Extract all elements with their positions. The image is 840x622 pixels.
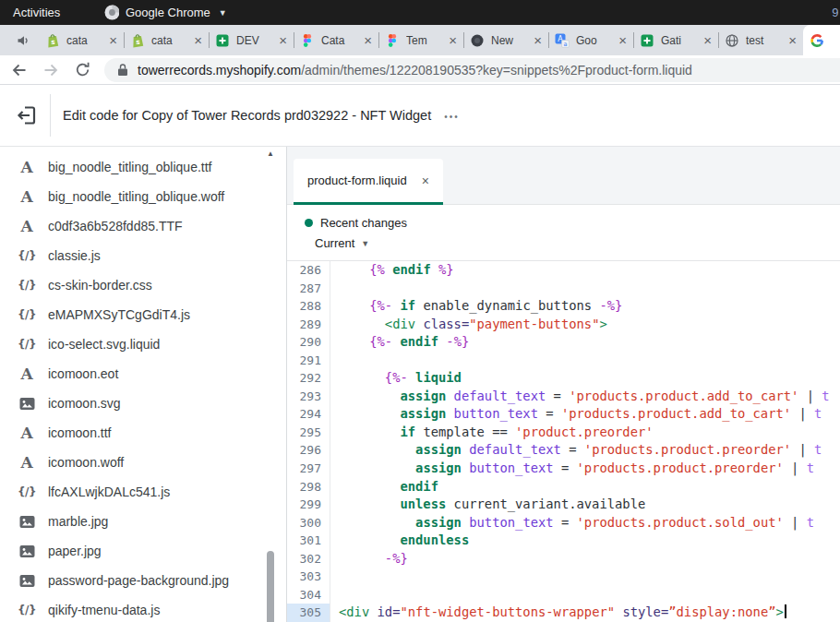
- code-line[interactable]: 293 assign default_text = 'products.prod…: [287, 388, 840, 406]
- figma-icon: [300, 33, 315, 48]
- back-button[interactable]: [7, 58, 31, 82]
- tab-close-icon[interactable]: ×: [618, 33, 627, 47]
- tab-close-icon[interactable]: ×: [788, 33, 797, 47]
- code-line[interactable]: 300 assign button_text = 'products.produ…: [287, 514, 840, 532]
- code-line[interactable]: 301 endunless: [287, 532, 840, 550]
- code-line[interactable]: 288 {%- if enable_dynamic_buttons -%}: [287, 297, 840, 316]
- file-list-item[interactable]: Aicomoon.woff: [0, 448, 286, 477]
- more-options-button[interactable]: •••: [444, 110, 460, 122]
- tab-close-icon[interactable]: ×: [279, 33, 287, 47]
- file-list-item[interactable]: {/}cs-skin-border.css: [0, 270, 286, 300]
- browser-tab[interactable]: [803, 25, 840, 55]
- exit-button[interactable]: [16, 104, 38, 126]
- tab-label: DEV: [236, 34, 272, 47]
- code-line[interactable]: 294 assign button_text = 'products.produ…: [287, 405, 840, 424]
- file-list-item[interactable]: {/}classie.js: [0, 241, 286, 270]
- recent-changes-label: Recent changes: [320, 216, 407, 230]
- chevron-down-icon: ▼: [361, 238, 369, 248]
- content-area: AAbig_noodle_titling_oblique.ttfAbig_noo…: [0, 147, 840, 622]
- tab-close-icon[interactable]: ×: [703, 33, 712, 47]
- code-line[interactable]: 292 {%- liquid: [287, 369, 840, 388]
- tab-close-icon[interactable]: ×: [109, 33, 117, 47]
- file-list-item[interactable]: {/}lfcAXLwjkDALc541.js: [0, 477, 286, 507]
- app-menu-label: Google Chrome: [126, 6, 210, 19]
- code-line[interactable]: 290 {%- endif -%}: [287, 333, 840, 352]
- browser-toolbar: towerrecords.myshopify.com/admin/themes/…: [0, 55, 840, 85]
- text-cursor: [785, 604, 786, 618]
- line-number: 305: [287, 604, 330, 622]
- browser-tab[interactable]: Gati×: [633, 25, 718, 55]
- forward-button[interactable]: [39, 58, 63, 82]
- app-menu[interactable]: Google Chrome ▼: [104, 6, 227, 20]
- version-dropdown[interactable]: Current ▼: [305, 236, 840, 250]
- code-line[interactable]: 304: [287, 586, 840, 604]
- code-file-icon: {/}: [17, 604, 37, 616]
- file-list-item[interactable]: {/}eMAPMXSyTCgGdiT4.js: [0, 300, 286, 329]
- editor-file-tab[interactable]: product-form.liquid ×: [294, 159, 443, 205]
- code-text: {%- if enable_dynamic_buttons -%}: [330, 297, 622, 316]
- scroll-up-icon[interactable]: ▲: [266, 150, 275, 158]
- tab-close-icon[interactable]: ×: [534, 33, 542, 47]
- page-header: Edit code for Copy of Tower Records prd0…: [0, 85, 840, 147]
- file-list-item[interactable]: Ac0df3a6b528fdd85.TTF: [0, 211, 286, 241]
- code-text: {%- liquid: [330, 369, 462, 388]
- line-number: 292: [287, 369, 330, 388]
- address-bar[interactable]: towerrecords.myshopify.com/admin/themes/…: [104, 58, 840, 82]
- code-text: assign default_text = 'products.product.…: [330, 388, 830, 406]
- file-list-item[interactable]: Abig_noodle_titling_oblique.ttf: [0, 152, 286, 182]
- code-line[interactable]: 291: [287, 352, 840, 370]
- tab-close-icon[interactable]: ×: [449, 33, 457, 47]
- lock-icon[interactable]: [117, 63, 128, 77]
- browser-tab[interactable]: New×: [463, 25, 548, 55]
- code-line[interactable]: 295 if template == 'product.preorder': [287, 424, 840, 442]
- code-line[interactable]: 297 assign button_text = 'products.produ…: [287, 460, 840, 478]
- code-line[interactable]: 296 assign default_text = 'products.prod…: [287, 441, 840, 460]
- font-file-icon: A: [17, 424, 37, 442]
- code-line[interactable]: 287: [287, 280, 840, 298]
- file-list-item[interactable]: marble.jpg: [0, 507, 286, 536]
- file-list-item[interactable]: password-page-background.jpg: [0, 566, 286, 595]
- code-line[interactable]: 299 unless current_variant.available: [287, 496, 840, 514]
- url-domain: towerrecords.myshopify.com: [138, 63, 301, 78]
- browser-tab[interactable]: scata×: [124, 25, 209, 55]
- code-line[interactable]: 286 {% endif %}: [287, 261, 840, 280]
- browser-tab[interactable]: test×: [718, 25, 803, 55]
- browser-tab[interactable]: scata×: [39, 25, 124, 55]
- file-list: AAbig_noodle_titling_oblique.ttfAbig_noo…: [0, 147, 286, 622]
- reload-button[interactable]: [70, 58, 94, 82]
- browser-tab-strip: scata×scata×DEV×Cata×Tem×New×AaGoo×Gati×…: [0, 25, 840, 55]
- scrollbar-thumb[interactable]: [267, 551, 274, 622]
- speaker-icon[interactable]: [16, 33, 30, 48]
- tab-label: New: [491, 34, 527, 47]
- code-line[interactable]: 289 <div class="payment-buttons">: [287, 316, 840, 334]
- code-line[interactable]: 305<div id="nft-widget-buttons-wrapper" …: [287, 604, 840, 622]
- browser-tab[interactable]: Tem×: [378, 25, 463, 55]
- file-name: icomoon.woff: [48, 455, 124, 470]
- file-list-item[interactable]: Aicomoon.ttf: [0, 418, 286, 448]
- file-list-item[interactable]: Aicomoon.eot: [0, 359, 286, 389]
- close-icon[interactable]: ×: [422, 173, 429, 188]
- code-text: unless current_variant.available: [330, 496, 645, 514]
- activities-button[interactable]: Activities: [13, 6, 60, 19]
- line-number: 290: [287, 333, 330, 352]
- file-list-item[interactable]: paper.jpg: [0, 536, 286, 566]
- code-line[interactable]: 298 endif: [287, 478, 840, 496]
- browser-tab[interactable]: Cata×: [294, 25, 378, 55]
- tab-close-icon[interactable]: ×: [194, 33, 202, 47]
- code-line[interactable]: 302 -%}: [287, 550, 840, 568]
- sidebar-scrollbar[interactable]: ▲: [266, 147, 275, 622]
- font-file-icon: A: [17, 158, 37, 176]
- file-list-item[interactable]: {/}qikify-tmenu-data.js: [0, 595, 286, 622]
- file-list-item[interactable]: icomoon.svg: [0, 389, 286, 418]
- tab-close-icon[interactable]: ×: [364, 33, 372, 47]
- browser-tab[interactable]: DEV×: [209, 25, 294, 55]
- code-line[interactable]: 303: [287, 568, 840, 586]
- image-file-icon: [17, 397, 37, 411]
- code-area[interactable]: 286 {% endif %}287288 {%- if enable_dyna…: [287, 261, 840, 622]
- file-list-item[interactable]: {/}ico-select.svg.liquid: [0, 329, 286, 359]
- file-list-item[interactable]: Abig_noodle_titling_oblique.woff: [0, 182, 286, 211]
- code-editor: product-form.liquid × Recent changes Cur…: [287, 147, 840, 622]
- browser-tab[interactable]: AaGoo×: [548, 25, 633, 55]
- code-text: endunless: [330, 532, 469, 550]
- font-file-icon: A: [17, 365, 37, 383]
